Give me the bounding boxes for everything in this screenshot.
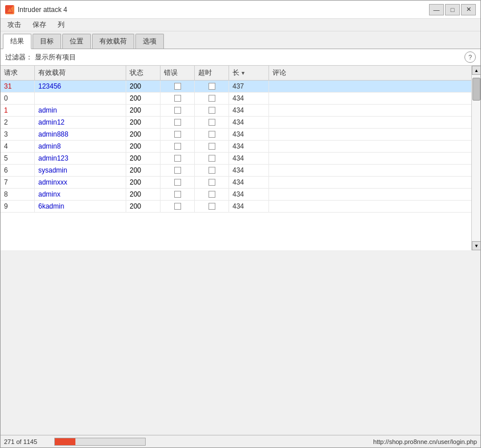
table-row[interactable]: 0 200 434 [1, 93, 471, 105]
count-text: 271 of 1145 [4, 438, 50, 445]
table-row[interactable]: 31 123456 200 437 [1, 81, 471, 93]
col-error[interactable]: 错误 [161, 66, 195, 80]
cell-timeout [195, 177, 229, 188]
cell-payload: adminx [35, 189, 126, 200]
cell-timeout [195, 105, 229, 116]
cell-error [161, 165, 195, 176]
cell-error [161, 81, 195, 92]
close-button[interactable]: ✕ [461, 4, 476, 15]
progress-bar-fill [55, 438, 75, 445]
main-window: Intruder attack 4 — □ ✕ 攻击 保存 列 结果 目标 位置… [0, 0, 481, 448]
cell-comment [269, 165, 471, 176]
cell-comment [269, 189, 471, 200]
scroll-track[interactable] [472, 75, 480, 241]
menu-attack[interactable]: 攻击 [3, 19, 26, 31]
cell-comment [269, 81, 471, 92]
table-row[interactable]: 9 6kadmin 200 434 [1, 201, 471, 213]
scroll-down-button[interactable]: ▼ [472, 241, 480, 250]
menu-save[interactable]: 保存 [28, 19, 51, 31]
cell-comment [269, 117, 471, 128]
cell-request: 5 [1, 153, 35, 164]
tab-results[interactable]: 结果 [3, 34, 31, 49]
cell-comment [269, 105, 471, 116]
table-header: 请求 有效载荷 状态 错误 超时 长 [1, 66, 471, 81]
cell-request: 8 [1, 189, 35, 200]
cell-request: 1 [1, 105, 35, 116]
cell-timeout [195, 141, 229, 152]
empty-area [1, 250, 480, 435]
col-status[interactable]: 状态 [126, 66, 161, 80]
results-table: 请求 有效载荷 状态 错误 超时 长 [1, 66, 471, 250]
table-row[interactable]: 6 sysadmin 200 434 [1, 165, 471, 177]
cell-timeout [195, 165, 229, 176]
scroll-up-button[interactable]: ▲ [472, 66, 480, 75]
tab-positions[interactable]: 位置 [62, 34, 91, 49]
table-row[interactable]: 5 admin123 200 434 [1, 153, 471, 165]
cell-timeout [195, 153, 229, 164]
statusbar: 271 of 1145 http://shop.pro8nne.cn/user/… [1, 435, 480, 447]
table-body: 31 123456 200 437 0 200 [1, 81, 471, 250]
tab-payloads[interactable]: 有效载荷 [92, 34, 134, 49]
cell-status: 200 [126, 189, 161, 200]
col-payload[interactable]: 有效载荷 [35, 66, 126, 80]
cell-length: 434 [229, 93, 269, 104]
cell-error [161, 153, 195, 164]
cell-payload: 123456 [35, 81, 126, 92]
main-content: 请求 有效载荷 状态 错误 超时 长 [1, 66, 471, 250]
window-controls: — □ ✕ [429, 4, 476, 15]
cell-timeout [195, 117, 229, 128]
maximize-button[interactable]: □ [445, 4, 460, 15]
cell-request: 31 [1, 81, 35, 92]
table-row[interactable]: 4 admin8 200 434 [1, 141, 471, 153]
cell-status: 200 [126, 165, 161, 176]
tab-target[interactable]: 目标 [33, 34, 61, 49]
cell-length: 434 [229, 105, 269, 116]
cell-error [161, 141, 195, 152]
table-row[interactable]: 8 adminx 200 434 [1, 189, 471, 201]
table-row[interactable]: 3 admin888 200 434 [1, 129, 471, 141]
cell-request: 6 [1, 165, 35, 176]
titlebar: Intruder attack 4 — □ ✕ [1, 1, 480, 19]
filter-label: 过滤器： [5, 53, 33, 62]
col-request[interactable]: 请求 [1, 66, 35, 80]
cell-request: 7 [1, 177, 35, 188]
filter-help-button[interactable]: ? [464, 51, 476, 63]
cell-status: 200 [126, 93, 161, 104]
table-row[interactable]: 1 admin 200 434 [1, 105, 471, 117]
window-title: Intruder attack 4 [18, 6, 67, 14]
cell-timeout [195, 189, 229, 200]
cell-comment [269, 93, 471, 104]
table-row[interactable]: 7 adminxxx 200 434 [1, 177, 471, 189]
cell-status: 200 [126, 153, 161, 164]
filter-bar: 过滤器： 显示所有项目 ? [1, 49, 480, 66]
cell-timeout [195, 129, 229, 140]
cell-error [161, 201, 195, 212]
menu-columns[interactable]: 列 [53, 19, 69, 31]
cell-length: 434 [229, 141, 269, 152]
vertical-scrollbar[interactable]: ▲ ▼ [471, 66, 480, 250]
cell-length: 434 [229, 189, 269, 200]
cell-status: 200 [126, 177, 161, 188]
col-comment[interactable]: 评论 [269, 66, 471, 80]
cell-comment [269, 129, 471, 140]
cell-status: 200 [126, 141, 161, 152]
cell-request: 4 [1, 141, 35, 152]
cell-payload: admin [35, 105, 126, 116]
scroll-thumb[interactable] [472, 78, 480, 101]
minimize-button[interactable]: — [429, 4, 444, 15]
cell-status: 200 [126, 105, 161, 116]
cell-timeout [195, 201, 229, 212]
table-row[interactable]: 2 admin12 200 434 [1, 117, 471, 129]
cell-payload: sysadmin [35, 165, 126, 176]
tab-options[interactable]: 选项 [135, 34, 164, 49]
cell-length: 434 [229, 201, 269, 212]
col-length[interactable]: 长 ▼ [229, 66, 269, 80]
tab-bar: 结果 目标 位置 有效载荷 选项 [1, 31, 480, 49]
cell-status: 200 [126, 129, 161, 140]
cell-comment [269, 153, 471, 164]
cell-error [161, 93, 195, 104]
filter-value: 显示所有项目 [35, 53, 76, 62]
cell-payload: admin12 [35, 117, 126, 128]
col-timeout[interactable]: 超时 [195, 66, 229, 80]
titlebar-left: Intruder attack 4 [5, 5, 67, 14]
